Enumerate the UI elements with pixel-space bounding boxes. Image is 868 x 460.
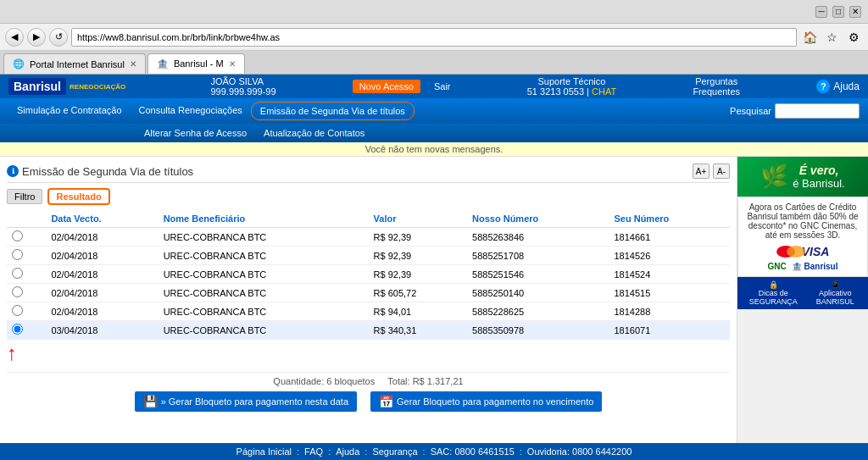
nav-emissao[interactable]: Emissão de Segunda Via de títulos bbox=[251, 102, 415, 120]
address-bar[interactable] bbox=[71, 28, 797, 47]
search-label: Pesquisar bbox=[730, 106, 771, 116]
col-nosso: Nosso Número bbox=[467, 210, 609, 228]
footer-sac: SAC: 0800 6461515 bbox=[431, 446, 515, 457]
tab-portal-favicon: 🌐 bbox=[13, 58, 25, 69]
suporte-info: Suporte Técnico 51 3213 0553 | CHAT bbox=[527, 76, 616, 97]
vero-line2: é Banrisul. bbox=[793, 177, 844, 190]
table-row[interactable]: 02/04/2018 UREC-COBRANCA BTC R$ 92,39 58… bbox=[7, 247, 730, 265]
nav-simulacao[interactable]: Simulação e Contratação bbox=[8, 102, 131, 120]
browser-tabs: 🌐 Portal Internet Banrisul ✕ 🏦 Banrisul … bbox=[0, 51, 868, 75]
cell-nosso-num: 5885250140 bbox=[467, 284, 609, 302]
frequentes-label: Frequentes bbox=[693, 86, 740, 97]
suporte-label: Suporte Técnico bbox=[527, 76, 616, 86]
font-increase-btn[interactable]: A+ bbox=[693, 163, 709, 179]
table-row[interactable]: 02/04/2018 UREC-COBRANCA BTC R$ 92,39 58… bbox=[7, 228, 730, 247]
cell-data-vecto: 02/04/2018 bbox=[46, 284, 158, 302]
content-footer: Quantidade: 6 bloquetos Total: R$ 1.317,… bbox=[7, 372, 730, 386]
info-circle-icon: ℹ bbox=[7, 165, 19, 177]
row-radio-1[interactable] bbox=[12, 249, 23, 260]
footer-faq[interactable]: FAQ bbox=[304, 446, 323, 457]
cell-data-vecto: 02/04/2018 bbox=[46, 265, 158, 284]
tab-portal[interactable]: 🌐 Portal Internet Banrisul ✕ bbox=[3, 53, 146, 74]
gerar-vencimento-label: Gerar Bloqueto para pagamento no vencime… bbox=[397, 396, 593, 407]
forward-button[interactable]: ▶ bbox=[27, 28, 46, 47]
cell-seu-num: 1816071 bbox=[609, 321, 730, 340]
cell-nosso-num: 5885251546 bbox=[467, 265, 609, 284]
nav-consulta[interactable]: Consulta Renegociações bbox=[131, 102, 251, 120]
tab-banrisul[interactable]: 🏦 Banrisul - M ✕ bbox=[147, 53, 245, 74]
perguntas-frequentes[interactable]: Perguntas Frequentes bbox=[693, 76, 740, 97]
page-footer: Página Inicial : FAQ : Ajuda : Segurança… bbox=[0, 443, 868, 460]
table-row[interactable]: 02/04/2018 UREC-COBRANCA BTC R$ 94,01 58… bbox=[7, 302, 730, 321]
total-text: Total: R$ 1.317,21 bbox=[387, 376, 463, 386]
user-cpf: 999.999.999-99 bbox=[210, 86, 275, 97]
refresh-button[interactable]: ↺ bbox=[49, 28, 68, 47]
content-area: ℹ Emissão de Segunda Via de títulos A+ A… bbox=[0, 157, 737, 443]
cell-valor: R$ 92,39 bbox=[369, 247, 467, 265]
cell-nome: UREC-COBRANCA BTC bbox=[159, 247, 369, 265]
action-buttons: 💾 » Gerar Bloqueto para pagamento nesta … bbox=[7, 391, 730, 412]
nav-bar: Simulação e Contratação Consulta Renegoc… bbox=[0, 98, 868, 124]
search-input[interactable] bbox=[775, 103, 860, 119]
font-decrease-btn[interactable]: A- bbox=[713, 163, 730, 179]
footer-ajuda[interactable]: Ajuda bbox=[336, 446, 359, 457]
close-btn[interactable]: ✕ bbox=[849, 6, 861, 18]
back-button[interactable]: ◀ bbox=[5, 28, 24, 47]
content-header: ℹ Emissão de Segunda Via de títulos A+ A… bbox=[7, 163, 730, 183]
sidebar-ad: 🌿 É vero, é Banrisul. Agora os Cartões d… bbox=[737, 157, 868, 443]
footer-seguranca[interactable]: Segurança bbox=[372, 446, 417, 457]
font-controls: A+ A- bbox=[693, 163, 730, 179]
minimize-btn[interactable]: ─ bbox=[815, 6, 827, 18]
cell-nome: UREC-COBRANCA BTC bbox=[159, 321, 369, 340]
row-radio-3[interactable] bbox=[12, 286, 23, 297]
page-title: Emissão de Segunda Via de títulos bbox=[22, 165, 193, 178]
ajuda-icon: ? bbox=[816, 80, 830, 93]
tab-portal-label: Portal Internet Banrisul bbox=[30, 59, 125, 69]
page: Banrisul RENEGOCIAÇÃO JOÃO SILVA 999.999… bbox=[0, 75, 868, 460]
tab-portal-close[interactable]: ✕ bbox=[130, 59, 136, 69]
subnav-alterar[interactable]: Alterar Senha de Acesso bbox=[136, 126, 255, 140]
home-icon[interactable]: 🏠 bbox=[800, 28, 819, 47]
aplicativo-banrisul[interactable]: 📱 Aplicativo BANRISUL bbox=[805, 280, 865, 306]
ajuda-area: ? Ajuda bbox=[816, 80, 860, 93]
ad-footer: 🔒 Dicas de SEGURANÇA 📱 Aplicativo BANRIS… bbox=[737, 277, 868, 309]
star-icon[interactable]: ☆ bbox=[822, 28, 841, 47]
gerar-vencimento-btn[interactable]: 📅 Gerar Bloqueto para pagamento no venci… bbox=[370, 391, 602, 412]
novo-acesso-btn[interactable]: Novo Acesso bbox=[353, 80, 420, 93]
cell-seu-num: 1814288 bbox=[609, 302, 730, 321]
gerar-data-btn[interactable]: 💾 » Gerar Bloqueto para pagamento nesta … bbox=[135, 391, 357, 412]
browser-titlebar: ─ □ ✕ bbox=[0, 0, 868, 24]
main-content: ℹ Emissão de Segunda Via de títulos A+ A… bbox=[0, 157, 868, 443]
arrow-area: ↑ bbox=[7, 341, 730, 365]
chat-link[interactable]: CHAT bbox=[592, 86, 616, 97]
cell-nome: UREC-COBRANCA BTC bbox=[159, 284, 369, 302]
cell-nome: UREC-COBRANCA BTC bbox=[159, 228, 369, 247]
dicas-seguranca[interactable]: 🔒 Dicas de SEGURANÇA bbox=[741, 280, 805, 306]
row-radio-2[interactable] bbox=[12, 268, 23, 279]
cell-nosso-num: 5885263846 bbox=[467, 228, 609, 247]
gear-icon[interactable]: ⚙ bbox=[844, 28, 863, 47]
cell-data-vecto: 02/04/2018 bbox=[46, 228, 158, 247]
cell-valor: R$ 340,31 bbox=[369, 321, 467, 340]
maximize-btn[interactable]: □ bbox=[832, 6, 844, 18]
subnav-atualizacao[interactable]: Atualização de Contatos bbox=[255, 126, 373, 140]
footer-home[interactable]: Página Inicial bbox=[236, 446, 292, 457]
cell-seu-num: 1814515 bbox=[609, 284, 730, 302]
table-row[interactable]: 03/04/2018 UREC-COBRANCA BTC R$ 340,31 5… bbox=[7, 321, 730, 340]
logo-area: Banrisul RENEGOCIAÇÃO bbox=[8, 78, 125, 95]
row-radio-4[interactable] bbox=[12, 305, 23, 316]
cell-seu-num: 1814524 bbox=[609, 265, 730, 284]
cell-nosso-num: 5885350978 bbox=[467, 321, 609, 340]
row-radio-5[interactable] bbox=[12, 324, 23, 335]
table-row[interactable]: 02/04/2018 UREC-COBRANCA BTC R$ 92,39 58… bbox=[7, 265, 730, 284]
table-row[interactable]: 02/04/2018 UREC-COBRANCA BTC R$ 605,72 5… bbox=[7, 284, 730, 302]
sair-btn[interactable]: Sair bbox=[434, 81, 451, 91]
ad-vero: 🌿 É vero, é Banrisul. bbox=[737, 157, 868, 197]
arrow-up-icon: ↑ bbox=[7, 341, 17, 365]
filter-button[interactable]: Filtro bbox=[7, 189, 42, 204]
top-banner: Banrisul RENEGOCIAÇÃO JOÃO SILVA 999.999… bbox=[0, 75, 868, 142]
ajuda-label[interactable]: Ajuda bbox=[833, 80, 860, 92]
tab-banrisul-favicon: 🏦 bbox=[157, 58, 169, 69]
tab-banrisul-close[interactable]: ✕ bbox=[229, 59, 236, 69]
row-radio-0[interactable] bbox=[12, 230, 23, 241]
